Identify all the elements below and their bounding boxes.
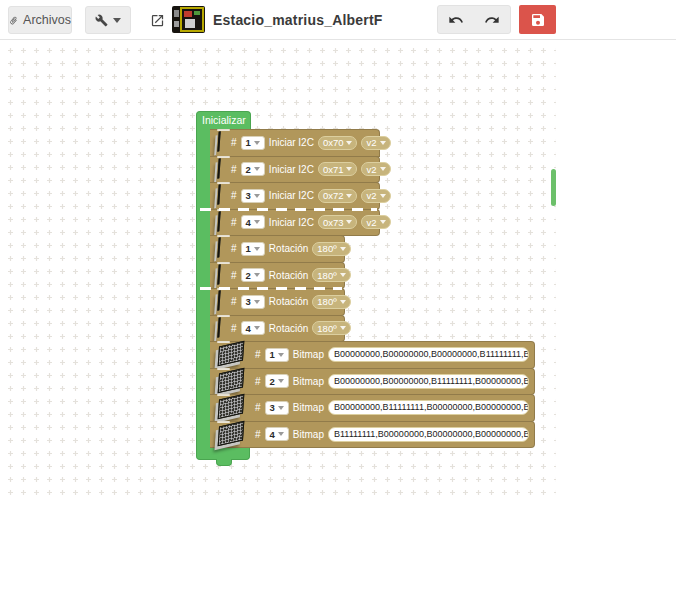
i2c-address-dropdown[interactable]: 0x71 (318, 162, 358, 176)
redo-button[interactable] (474, 6, 510, 33)
dropdown-value: 4 (270, 429, 275, 440)
dropdown-value: 2 (246, 164, 251, 175)
block-bitmap-2[interactable]: # 2 Bitmap B00000000,B00000000,B11111111… (210, 368, 535, 396)
i2c-address-dropdown[interactable]: 0x73 (318, 215, 358, 229)
hash-label: # (255, 376, 261, 387)
inicializar-header[interactable]: Inicializar (196, 111, 251, 129)
matrix-number-dropdown[interactable]: 1 (241, 136, 265, 150)
matrix-number-dropdown[interactable]: 3 (241, 189, 265, 203)
block-bitmap-4[interactable]: # 4 Bitmap B11111111,B00000000,B00000000… (210, 421, 535, 449)
version-dropdown[interactable]: v2 (361, 162, 390, 176)
i2c-address-dropdown[interactable]: 0x72 (318, 189, 358, 203)
wrench-icon (95, 14, 108, 27)
block-label: Rotación (269, 270, 308, 281)
hash-label: # (255, 402, 261, 413)
block-inicializar[interactable]: Inicializar # 1 Iniciar I2C 0x70 v2 # (196, 111, 535, 466)
archivos-button[interactable]: Archivos (8, 6, 72, 34)
dropdown-value: 4 (246, 323, 251, 334)
matrix-number-dropdown[interactable]: 4 (241, 321, 265, 335)
chevron-down-icon (254, 326, 260, 330)
dropdown-value: v2 (366, 137, 376, 148)
export-button[interactable] (142, 6, 172, 34)
hash-label: # (231, 323, 237, 334)
bitmap-value-field[interactable]: B00000000,B00000000,B00000000,B11111111,… (328, 347, 529, 362)
rotation-angle-dropdown[interactable]: 180º (312, 268, 350, 282)
version-dropdown[interactable]: v2 (361, 189, 390, 203)
hash-label: # (231, 164, 237, 175)
matrix-number-dropdown[interactable]: 1 (265, 348, 289, 362)
chevron-down-icon (380, 141, 386, 145)
hash-label: # (231, 217, 237, 228)
matrix-number-dropdown[interactable]: 3 (265, 401, 289, 415)
dropdown-value: 0x71 (323, 164, 344, 175)
chevron-down-icon (380, 194, 386, 198)
rotation-angle-dropdown[interactable]: 180º (312, 242, 350, 256)
matrix-number-dropdown[interactable]: 3 (241, 295, 265, 309)
rotation-angle-dropdown[interactable]: 180º (312, 295, 350, 309)
document-title: Estacio_matrius_AlbertF (213, 12, 383, 28)
hash-label: # (231, 296, 237, 307)
dropdown-value: 0x70 (323, 137, 344, 148)
undo-icon (448, 12, 464, 28)
version-dropdown[interactable]: v2 (361, 136, 390, 150)
connector-notch (217, 394, 230, 396)
led-matrix-icon (217, 158, 220, 178)
matrix-number-dropdown[interactable]: 2 (265, 374, 289, 388)
blockly-workspace[interactable]: Inicializar # 1 Iniciar I2C 0x70 v2 # (0, 40, 676, 588)
block-bitmap-3[interactable]: # 3 Bitmap B00000000,B11111111,B00000000… (210, 394, 535, 422)
app-logo (172, 6, 205, 33)
matrix-number-dropdown[interactable]: 2 (241, 162, 265, 176)
chevron-down-icon (340, 326, 346, 330)
save-button[interactable] (519, 5, 556, 34)
block-iniciar-i2c-4[interactable]: # 4 Iniciar I2C 0x73 v2 (210, 209, 380, 237)
chevron-down-icon (278, 432, 284, 436)
chevron-down-icon (278, 406, 284, 410)
chevron-down-icon (254, 300, 260, 304)
connector-notch (217, 262, 230, 264)
block-label: Iniciar I2C (269, 164, 314, 175)
chevron-down-icon (340, 247, 346, 251)
block-iniciar-i2c-1[interactable]: # 1 Iniciar I2C 0x70 v2 (210, 129, 380, 157)
block-bitmap-1[interactable]: # 1 Bitmap B00000000,B00000000,B00000000… (210, 341, 535, 369)
led-matrix-icon (217, 132, 220, 152)
rotation-angle-dropdown[interactable]: 180º (312, 321, 350, 335)
matrix-number-dropdown[interactable]: 4 (241, 215, 265, 229)
dropdown-value: 180º (317, 296, 336, 307)
dropdown-value: 0x72 (323, 190, 344, 201)
block-stack: # 1 Iniciar I2C 0x70 v2 # 2 Iniciar I2C … (210, 129, 535, 448)
dropdown-value: v2 (366, 164, 376, 175)
block-rotacion-3[interactable]: # 3 Rotación 180º (210, 288, 345, 316)
block-rotacion-1[interactable]: # 1 Rotación 180º (210, 235, 345, 263)
floppy-disk-icon (530, 12, 546, 28)
bitmap-value-field[interactable]: B00000000,B11111111,B00000000,B00000000,… (328, 400, 529, 415)
block-rotacion-4[interactable]: # 4 Rotación 180º (210, 315, 345, 343)
block-iniciar-i2c-2[interactable]: # 2 Iniciar I2C 0x71 v2 (210, 156, 380, 184)
workspace-scrollbar[interactable] (551, 169, 556, 206)
led-matrix-icon (217, 317, 220, 337)
led-matrix-icon (218, 420, 245, 446)
hash-label: # (255, 349, 261, 360)
hash-label: # (231, 137, 237, 148)
dropdown-value: 180º (317, 270, 336, 281)
led-matrix-icon (217, 238, 220, 258)
bitmap-value-field[interactable]: B11111111,B00000000,B00000000,B00000000,… (328, 427, 529, 442)
block-rotacion-2[interactable]: # 2 Rotación 180º (210, 262, 345, 290)
block-label: Rotación (269, 243, 308, 254)
block-iniciar-i2c-3[interactable]: # 3 Iniciar I2C 0x72 v2 (210, 182, 380, 210)
version-dropdown[interactable]: v2 (361, 215, 390, 229)
connector-notch (217, 341, 230, 343)
undo-redo-group (437, 5, 511, 34)
matrix-number-dropdown[interactable]: 4 (265, 427, 289, 441)
chevron-down-icon (254, 194, 260, 198)
undo-button[interactable] (438, 6, 474, 33)
connector-notch (217, 315, 230, 317)
connector-notch (217, 209, 230, 211)
led-matrix-icon (217, 211, 220, 231)
i2c-address-dropdown[interactable]: 0x70 (318, 136, 358, 150)
dropdown-value: 1 (246, 137, 251, 148)
matrix-number-dropdown[interactable]: 1 (241, 242, 265, 256)
matrix-number-dropdown[interactable]: 2 (241, 268, 265, 282)
tools-dropdown-button[interactable] (85, 6, 131, 34)
bitmap-value-field[interactable]: B00000000,B00000000,B11111111,B00000000,… (328, 374, 529, 389)
chevron-down-icon (254, 167, 260, 171)
